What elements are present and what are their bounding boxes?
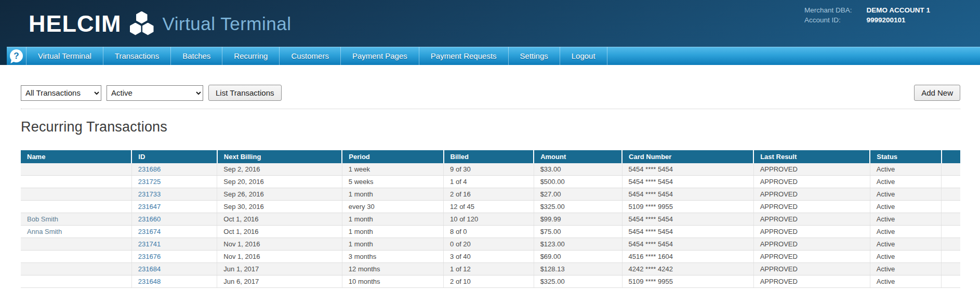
cell-card-number: 5109 **** 9955	[622, 275, 753, 288]
list-transactions-button[interactable]: List Transactions	[208, 85, 282, 101]
add-new-wrap: Add New	[914, 85, 960, 101]
cell-card-number: 5454 **** 5454	[622, 213, 753, 226]
status-select[interactable]: Active	[107, 85, 203, 101]
nav-item-virtual-terminal[interactable]: Virtual Terminal	[26, 47, 103, 65]
nav-left-edge	[0, 47, 7, 65]
recurring-table-wrap: Name ID Next Billing Period Billed Amoun…	[21, 150, 960, 288]
cell-period: 3 months	[342, 251, 443, 263]
table-header-row: Name ID Next Billing Period Billed Amoun…	[21, 150, 960, 163]
table-row: 231676Nov 1, 20163 months3 of 40$69.0045…	[21, 251, 960, 263]
cell-period: 1 month	[342, 188, 443, 201]
nav-item-payment-pages[interactable]: Payment Pages	[340, 47, 419, 65]
cell-next-billing: Sep 20, 2016	[217, 176, 342, 188]
add-new-button[interactable]: Add New	[914, 85, 960, 101]
cell-name	[21, 263, 131, 275]
merchant-dba-label: Merchant DBA:	[804, 6, 852, 15]
cell-name	[21, 188, 131, 201]
cell-status: Active	[870, 251, 941, 263]
cell-card-number: 5109 **** 9955	[622, 201, 753, 213]
cell-next-billing: Oct 1, 2016	[217, 226, 342, 238]
cell-last-result: APPROVED	[753, 251, 870, 263]
recurring-transactions-table: Name ID Next Billing Period Billed Amoun…	[21, 150, 960, 288]
table-row: 231741Nov 1, 20161 month0 of 20$123.0054…	[21, 238, 960, 251]
cell-id[interactable]: 231674	[131, 226, 217, 238]
nav-item-settings[interactable]: Settings	[508, 47, 560, 65]
cell-last-result: APPROVED	[753, 226, 870, 238]
cell-card-number: 4516 **** 1604	[622, 251, 753, 263]
table-row: 231647Sep 30, 2016every 3012 of 45$325.0…	[21, 201, 960, 213]
cell-billed: 1 of 4	[444, 176, 534, 188]
cell-id[interactable]: 231660	[131, 213, 217, 226]
brand-name: HELCIM	[29, 12, 122, 35]
cell-card-number: 5454 **** 5454	[622, 226, 753, 238]
cell-amount: $128.13	[534, 263, 622, 275]
nav-item-logout[interactable]: Logout	[560, 47, 607, 65]
cell-id[interactable]: 231676	[131, 251, 217, 263]
cell-id[interactable]: 231648	[131, 275, 217, 288]
merchant-info: Merchant DBA: DEMO ACCOUNT 1 Account ID:…	[804, 6, 930, 24]
cell-billed: 0 of 20	[444, 238, 534, 251]
col-header-card-number: Card Number	[622, 150, 753, 163]
cell-blank	[942, 188, 960, 201]
cell-name[interactable]: Bob Smith	[21, 213, 131, 226]
cell-name	[21, 163, 131, 176]
table-row: 231725Sep 20, 20165 weeks1 of 4$500.0054…	[21, 176, 960, 188]
cell-id[interactable]: 231684	[131, 263, 217, 275]
cell-amount: $325.00	[534, 275, 622, 288]
nav-item-transactions[interactable]: Transactions	[103, 47, 170, 65]
cell-amount: $27.00	[534, 188, 622, 201]
col-header-empty	[942, 150, 960, 163]
cell-last-result: APPROVED	[753, 176, 870, 188]
cell-amount: $500.00	[534, 176, 622, 188]
cell-billed: 1 of 12	[444, 263, 534, 275]
cell-status: Active	[870, 263, 941, 275]
transaction-type-select[interactable]: All Transactions	[21, 85, 101, 101]
table-row: 231684Jun 1, 201712 months1 of 12$128.13…	[21, 263, 960, 275]
recurring-table-body: 231686Sep 2, 20161 week9 of 30$33.005454…	[21, 163, 960, 288]
cell-period: 1 month	[342, 226, 443, 238]
cell-last-result: APPROVED	[753, 275, 870, 288]
cell-name	[21, 251, 131, 263]
nav-item-batches[interactable]: Batches	[170, 47, 222, 65]
cell-billed: 2 of 10	[444, 275, 534, 288]
cell-blank	[942, 213, 960, 226]
table-row: Bob Smith231660Oct 1, 20161 month10 of 1…	[21, 213, 960, 226]
cell-last-result: APPROVED	[753, 201, 870, 213]
cell-period: 1 week	[342, 163, 443, 176]
help-button[interactable]: ?	[7, 47, 26, 65]
cell-billed: 3 of 40	[444, 251, 534, 263]
cell-billed: 8 of 0	[444, 226, 534, 238]
cell-id[interactable]: 231741	[131, 238, 217, 251]
cell-card-number: 5454 **** 5454	[622, 176, 753, 188]
cell-name[interactable]: Anna Smith	[21, 226, 131, 238]
cell-id[interactable]: 231725	[131, 176, 217, 188]
cell-status: Active	[870, 163, 941, 176]
col-header-period: Period	[342, 150, 443, 163]
nav-items: Virtual TerminalTransactionsBatchesRecur…	[26, 47, 607, 65]
col-header-id: ID	[131, 150, 217, 163]
cell-next-billing: Sep 2, 2016	[217, 163, 342, 176]
cell-id[interactable]: 231733	[131, 188, 217, 201]
nav-item-recurring[interactable]: Recurring	[222, 47, 279, 65]
page-title: Recurring Transactions	[21, 119, 980, 135]
cell-id[interactable]: 231686	[131, 163, 217, 176]
cell-period: 5 weeks	[342, 176, 443, 188]
app-header: HELCIM Virtual Terminal Merchant DBA: DE…	[0, 0, 980, 47]
nav-item-customers[interactable]: Customers	[279, 47, 340, 65]
cell-status: Active	[870, 226, 941, 238]
col-header-name: Name	[21, 150, 131, 163]
col-header-billed: Billed	[444, 150, 534, 163]
table-row: 231686Sep 2, 20161 week9 of 30$33.005454…	[21, 163, 960, 176]
cell-amount: $33.00	[534, 163, 622, 176]
cell-period: 1 month	[342, 213, 443, 226]
cell-last-result: APPROVED	[753, 188, 870, 201]
cell-next-billing: Sep 30, 2016	[217, 201, 342, 213]
cell-id[interactable]: 231647	[131, 201, 217, 213]
cell-card-number: 5454 **** 5454	[622, 238, 753, 251]
cell-blank	[942, 176, 960, 188]
merchant-dba-value: DEMO ACCOUNT 1	[866, 6, 930, 15]
cell-blank	[942, 263, 960, 275]
cell-status: Active	[870, 188, 941, 201]
nav-item-payment-requests[interactable]: Payment Requests	[419, 47, 508, 65]
cell-name	[21, 275, 131, 288]
